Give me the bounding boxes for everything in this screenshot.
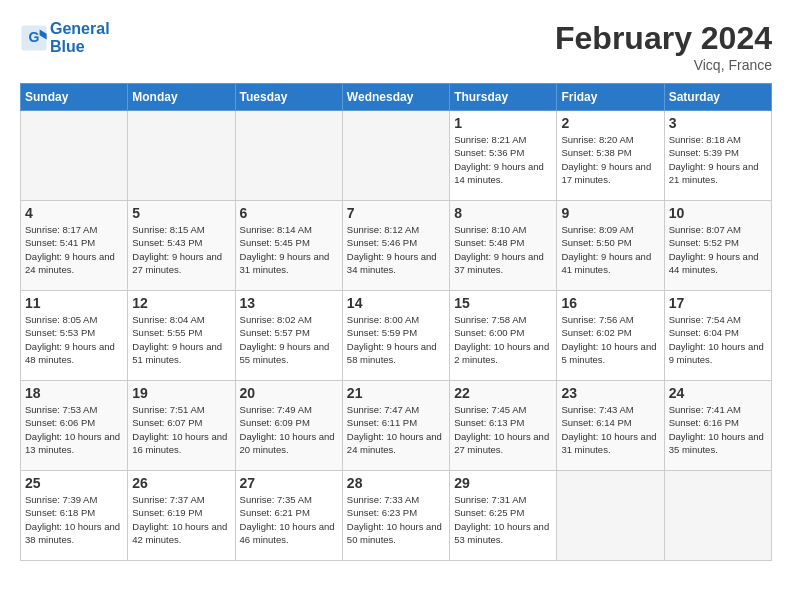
calendar-cell: 21Sunrise: 7:47 AMSunset: 6:11 PMDayligh… [342, 381, 449, 471]
calendar-cell: 4Sunrise: 8:17 AMSunset: 5:41 PMDaylight… [21, 201, 128, 291]
location: Vicq, France [555, 57, 772, 73]
day-number: 8 [454, 205, 552, 221]
day-info: Sunrise: 7:39 AMSunset: 6:18 PMDaylight:… [25, 493, 123, 546]
calendar-cell: 20Sunrise: 7:49 AMSunset: 6:09 PMDayligh… [235, 381, 342, 471]
calendar-cell: 24Sunrise: 7:41 AMSunset: 6:16 PMDayligh… [664, 381, 771, 471]
day-number: 28 [347, 475, 445, 491]
calendar-cell: 13Sunrise: 8:02 AMSunset: 5:57 PMDayligh… [235, 291, 342, 381]
col-friday: Friday [557, 84, 664, 111]
day-info: Sunrise: 8:20 AMSunset: 5:38 PMDaylight:… [561, 133, 659, 186]
logo-icon: G [20, 24, 48, 52]
day-info: Sunrise: 8:17 AMSunset: 5:41 PMDaylight:… [25, 223, 123, 276]
day-info: Sunrise: 7:37 AMSunset: 6:19 PMDaylight:… [132, 493, 230, 546]
calendar-cell: 11Sunrise: 8:05 AMSunset: 5:53 PMDayligh… [21, 291, 128, 381]
calendar-cell: 17Sunrise: 7:54 AMSunset: 6:04 PMDayligh… [664, 291, 771, 381]
day-info: Sunrise: 8:09 AMSunset: 5:50 PMDaylight:… [561, 223, 659, 276]
calendar-cell: 29Sunrise: 7:31 AMSunset: 6:25 PMDayligh… [450, 471, 557, 561]
day-info: Sunrise: 7:58 AMSunset: 6:00 PMDaylight:… [454, 313, 552, 366]
day-number: 20 [240, 385, 338, 401]
calendar-table: Sunday Monday Tuesday Wednesday Thursday… [20, 83, 772, 561]
calendar-cell: 22Sunrise: 7:45 AMSunset: 6:13 PMDayligh… [450, 381, 557, 471]
calendar-cell: 14Sunrise: 8:00 AMSunset: 5:59 PMDayligh… [342, 291, 449, 381]
day-info: Sunrise: 7:47 AMSunset: 6:11 PMDaylight:… [347, 403, 445, 456]
calendar-week-5: 25Sunrise: 7:39 AMSunset: 6:18 PMDayligh… [21, 471, 772, 561]
calendar-cell [342, 111, 449, 201]
day-info: Sunrise: 8:14 AMSunset: 5:45 PMDaylight:… [240, 223, 338, 276]
calendar-cell [235, 111, 342, 201]
day-info: Sunrise: 7:45 AMSunset: 6:13 PMDaylight:… [454, 403, 552, 456]
calendar-cell: 15Sunrise: 7:58 AMSunset: 6:00 PMDayligh… [450, 291, 557, 381]
day-number: 6 [240, 205, 338, 221]
col-sunday: Sunday [21, 84, 128, 111]
day-number: 26 [132, 475, 230, 491]
col-monday: Monday [128, 84, 235, 111]
calendar-cell [128, 111, 235, 201]
day-number: 5 [132, 205, 230, 221]
calendar-cell: 12Sunrise: 8:04 AMSunset: 5:55 PMDayligh… [128, 291, 235, 381]
calendar-cell: 26Sunrise: 7:37 AMSunset: 6:19 PMDayligh… [128, 471, 235, 561]
calendar-cell: 2Sunrise: 8:20 AMSunset: 5:38 PMDaylight… [557, 111, 664, 201]
day-number: 22 [454, 385, 552, 401]
day-number: 23 [561, 385, 659, 401]
day-info: Sunrise: 8:10 AMSunset: 5:48 PMDaylight:… [454, 223, 552, 276]
day-info: Sunrise: 8:21 AMSunset: 5:36 PMDaylight:… [454, 133, 552, 186]
day-number: 14 [347, 295, 445, 311]
calendar-cell: 7Sunrise: 8:12 AMSunset: 5:46 PMDaylight… [342, 201, 449, 291]
col-thursday: Thursday [450, 84, 557, 111]
calendar-cell [21, 111, 128, 201]
day-info: Sunrise: 7:33 AMSunset: 6:23 PMDaylight:… [347, 493, 445, 546]
col-wednesday: Wednesday [342, 84, 449, 111]
day-number: 10 [669, 205, 767, 221]
calendar-cell: 28Sunrise: 7:33 AMSunset: 6:23 PMDayligh… [342, 471, 449, 561]
day-number: 12 [132, 295, 230, 311]
month-year: February 2024 [555, 20, 772, 57]
day-info: Sunrise: 7:54 AMSunset: 6:04 PMDaylight:… [669, 313, 767, 366]
calendar-cell: 5Sunrise: 8:15 AMSunset: 5:43 PMDaylight… [128, 201, 235, 291]
day-number: 29 [454, 475, 552, 491]
calendar-cell: 19Sunrise: 7:51 AMSunset: 6:07 PMDayligh… [128, 381, 235, 471]
calendar-cell: 6Sunrise: 8:14 AMSunset: 5:45 PMDaylight… [235, 201, 342, 291]
header-row: Sunday Monday Tuesday Wednesday Thursday… [21, 84, 772, 111]
day-number: 11 [25, 295, 123, 311]
day-number: 1 [454, 115, 552, 131]
day-number: 7 [347, 205, 445, 221]
calendar-cell: 1Sunrise: 8:21 AMSunset: 5:36 PMDaylight… [450, 111, 557, 201]
day-info: Sunrise: 8:15 AMSunset: 5:43 PMDaylight:… [132, 223, 230, 276]
title-area: February 2024 Vicq, France [555, 20, 772, 73]
day-number: 9 [561, 205, 659, 221]
calendar-cell: 27Sunrise: 7:35 AMSunset: 6:21 PMDayligh… [235, 471, 342, 561]
calendar-cell: 9Sunrise: 8:09 AMSunset: 5:50 PMDaylight… [557, 201, 664, 291]
page-header: G General Blue February 2024 Vicq, Franc… [20, 20, 772, 73]
col-saturday: Saturday [664, 84, 771, 111]
day-info: Sunrise: 7:51 AMSunset: 6:07 PMDaylight:… [132, 403, 230, 456]
day-info: Sunrise: 7:53 AMSunset: 6:06 PMDaylight:… [25, 403, 123, 456]
day-info: Sunrise: 7:49 AMSunset: 6:09 PMDaylight:… [240, 403, 338, 456]
logo-line2: Blue [50, 38, 110, 56]
day-info: Sunrise: 7:41 AMSunset: 6:16 PMDaylight:… [669, 403, 767, 456]
day-number: 4 [25, 205, 123, 221]
day-number: 25 [25, 475, 123, 491]
day-info: Sunrise: 8:18 AMSunset: 5:39 PMDaylight:… [669, 133, 767, 186]
day-info: Sunrise: 8:00 AMSunset: 5:59 PMDaylight:… [347, 313, 445, 366]
calendar-cell: 23Sunrise: 7:43 AMSunset: 6:14 PMDayligh… [557, 381, 664, 471]
day-info: Sunrise: 8:02 AMSunset: 5:57 PMDaylight:… [240, 313, 338, 366]
col-tuesday: Tuesday [235, 84, 342, 111]
day-number: 17 [669, 295, 767, 311]
calendar-cell: 18Sunrise: 7:53 AMSunset: 6:06 PMDayligh… [21, 381, 128, 471]
day-number: 15 [454, 295, 552, 311]
day-number: 19 [132, 385, 230, 401]
calendar-week-2: 4Sunrise: 8:17 AMSunset: 5:41 PMDaylight… [21, 201, 772, 291]
day-number: 24 [669, 385, 767, 401]
day-info: Sunrise: 7:35 AMSunset: 6:21 PMDaylight:… [240, 493, 338, 546]
calendar-cell [557, 471, 664, 561]
day-number: 27 [240, 475, 338, 491]
day-number: 3 [669, 115, 767, 131]
calendar-week-3: 11Sunrise: 8:05 AMSunset: 5:53 PMDayligh… [21, 291, 772, 381]
calendar-cell [664, 471, 771, 561]
day-info: Sunrise: 7:56 AMSunset: 6:02 PMDaylight:… [561, 313, 659, 366]
calendar-week-4: 18Sunrise: 7:53 AMSunset: 6:06 PMDayligh… [21, 381, 772, 471]
day-number: 2 [561, 115, 659, 131]
svg-text:G: G [29, 29, 40, 45]
day-info: Sunrise: 8:07 AMSunset: 5:52 PMDaylight:… [669, 223, 767, 276]
calendar-cell: 10Sunrise: 8:07 AMSunset: 5:52 PMDayligh… [664, 201, 771, 291]
